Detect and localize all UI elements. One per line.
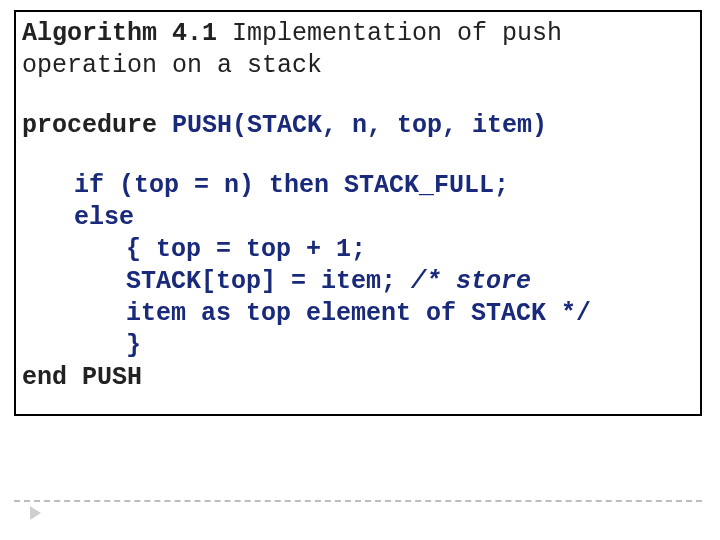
code-assign-line: STACK[top] = item; /* store (126, 266, 696, 298)
bullet-marker-icon (30, 506, 41, 520)
comment-start: /* store (396, 267, 531, 296)
algorithm-title: Algorithm 4.1 Implementation of push ope… (22, 18, 696, 82)
procedure-keyword: procedure (22, 111, 157, 140)
comment-end: item as top element of STACK */ (126, 298, 696, 330)
code-open-brace: { top = top + 1; (126, 234, 696, 266)
code-if: if (top = n) then STACK_FULL; (74, 170, 696, 202)
dashed-divider (14, 500, 702, 502)
procedure-line: procedure PUSH(STACK, n, top, item) (22, 110, 696, 142)
algorithm-box: Algorithm 4.1 Implementation of push ope… (14, 10, 702, 416)
procedure-signature: PUSH(STACK, n, top, item) (157, 111, 547, 140)
code-end: end PUSH (22, 362, 696, 394)
code-else: else (74, 202, 696, 234)
code-assign: STACK[top] = item; (126, 267, 396, 296)
code-close-brace: } (126, 330, 696, 362)
title-label: Algorithm 4.1 (22, 19, 217, 48)
